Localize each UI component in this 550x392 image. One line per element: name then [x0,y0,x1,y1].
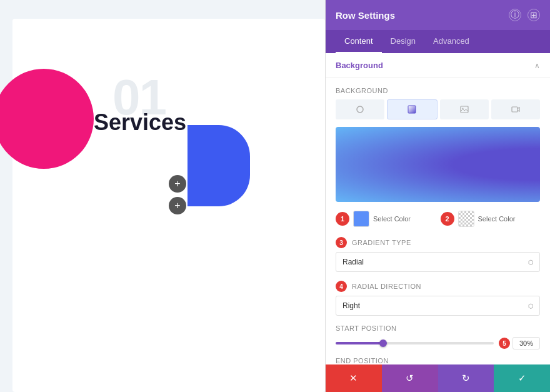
radial-direction-field: 4 Radial Direction Center Top Right Bott… [336,281,540,316]
badge-1: 1 [336,212,349,226]
panel-content: Background ∧ Background [326,53,550,364]
bg-type-video-btn[interactable] [491,99,540,119]
pink-circle-decoration [0,69,94,169]
panel-title: Row Settings [336,10,395,21]
confirm-button[interactable]: ✓ [494,364,550,392]
image-type-icon [460,105,469,114]
reset-button[interactable]: ↺ [382,364,438,392]
radial-direction-row: 4 Radial Direction [336,281,540,292]
color-stop-row: 1 Select Color 2 Select Color [336,211,540,227]
radial-direction-label: Radial Direction [352,283,421,290]
info-icon[interactable]: ⓘ [509,9,521,21]
start-position-track[interactable] [336,342,494,344]
color-stop-1: 1 Select Color [336,211,436,227]
gradient-type-label: Gradient Type [352,239,411,246]
row-settings-panel: Row Settings ⓘ ⊞ Content Design Advanced… [325,0,550,392]
redo-button[interactable]: ↻ [438,364,494,392]
radial-direction-select-wrapper: Center Top Right Bottom Left Top Left To… [336,296,540,316]
panel-tabs: Content Design Advanced [326,30,550,53]
section-header-background: Background ∧ [326,53,550,78]
start-position-thumb[interactable] [379,339,387,347]
layout-icon[interactable]: ⊞ [528,9,540,21]
start-position-field: Start Position 5 [336,324,540,349]
gradient-type-icon [408,105,416,114]
collapse-icon[interactable]: ∧ [534,61,540,70]
start-position-input[interactable] [512,337,540,349]
radial-direction-select[interactable]: Center Top Right Bottom Left Top Left To… [336,296,540,316]
section-body-background: Background [326,78,550,364]
bg-type-color-btn[interactable] [336,99,384,119]
add-button-2[interactable]: + [169,197,186,214]
panel-header: Row Settings ⓘ ⊞ [326,0,550,30]
badge-5: 5 [499,338,510,349]
bg-type-row [336,99,540,119]
color-swatch-1[interactable] [353,211,369,227]
svg-rect-2 [461,106,468,113]
color-type-icon [356,105,364,114]
bg-type-image-btn[interactable] [440,99,489,119]
gradient-type-row: 3 Gradient Type [336,237,540,248]
bg-type-gradient-btn[interactable] [387,99,437,119]
cancel-button[interactable]: ✕ [326,364,382,392]
start-position-fill [336,342,383,344]
add-button-1[interactable]: + [169,175,186,193]
tab-design[interactable]: Design [382,30,424,53]
end-position-field: End Position 6 [336,357,540,364]
blue-rect-decoration [188,125,250,206]
start-position-value-box: 5 [499,337,540,349]
section-title-background: Background [336,61,383,70]
video-type-icon [511,105,520,114]
color-stop-2: 2 Select Color [441,211,541,227]
gradient-preview-inner [336,127,540,202]
tab-advanced[interactable]: Advanced [424,30,478,53]
gradient-preview [336,127,540,202]
start-position-label: Start Position [336,324,540,332]
select-color-label-2[interactable]: Select Color [478,215,516,223]
badge-3: 3 [336,237,347,248]
svg-point-0 [357,106,363,113]
color-swatch-2[interactable] [458,211,474,227]
panel-footer: ✕ ↺ ↻ ✓ [326,364,550,392]
select-color-label-1[interactable]: Select Color [373,215,411,223]
gradient-type-select[interactable]: Linear Radial Conic [336,252,540,272]
tab-content[interactable]: Content [336,30,382,53]
background-field-label: Background [336,87,540,94]
badge-4: 4 [336,281,347,292]
badge-2: 2 [441,212,454,226]
canvas-inner: 01 Services + + [12,19,325,392]
gradient-type-select-wrapper: Linear Radial Conic [336,252,540,272]
end-position-label: End Position [336,357,540,364]
gradient-type-field: 3 Gradient Type Linear Radial Conic [336,237,540,272]
panel-header-icons: ⓘ ⊞ [509,9,540,21]
services-text: Services [94,109,186,136]
canvas-area: 01 Services + + [0,0,325,392]
start-position-slider-row: 5 [336,337,540,349]
svg-rect-4 [512,107,518,112]
svg-rect-1 [408,106,416,113]
